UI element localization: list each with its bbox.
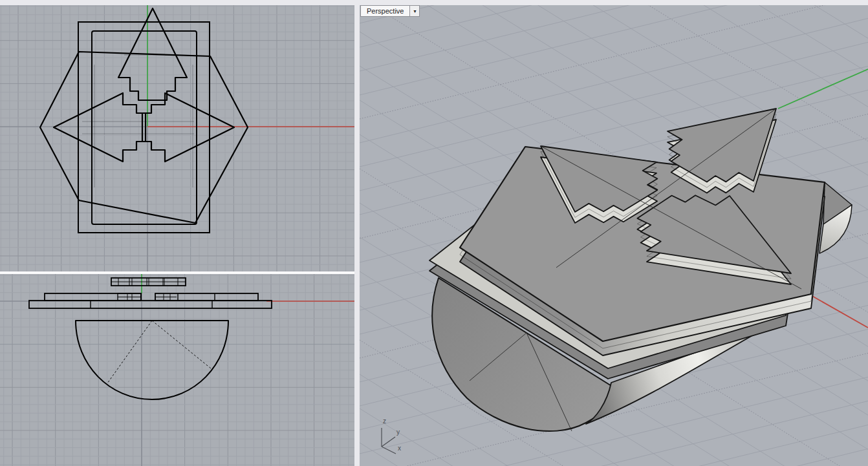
perspective-canvas xyxy=(360,5,868,466)
perspective-tab-button[interactable]: Perspective xyxy=(360,5,410,17)
front-view-canvas xyxy=(0,274,354,466)
viewport-splitter-vertical[interactable] xyxy=(354,5,360,466)
viewport-top-view[interactable] xyxy=(0,5,354,271)
viewport-front-view[interactable] xyxy=(0,274,354,466)
perspective-tab: Perspective ▾ xyxy=(360,5,420,17)
cad-window: Perspective ▾ z y x xyxy=(0,0,868,466)
top-view-canvas xyxy=(0,5,354,271)
viewport-perspective[interactable]: Perspective ▾ z y x xyxy=(360,5,868,466)
chevron-down-icon: ▾ xyxy=(413,8,416,14)
viewport-menu-dropdown-button[interactable]: ▾ xyxy=(410,5,420,17)
